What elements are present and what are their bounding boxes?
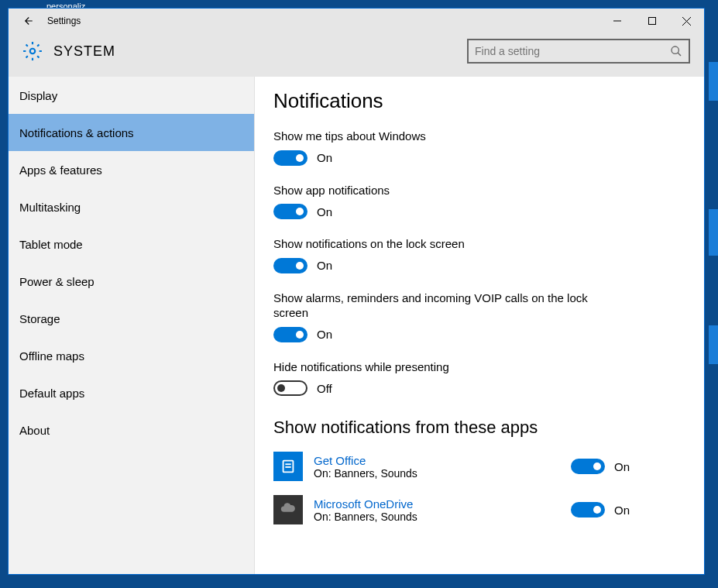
sidebar-item-label: Default apps	[19, 387, 84, 400]
setting-row: Hide notifications while presentingOff	[273, 359, 685, 397]
back-arrow-icon	[20, 14, 34, 28]
sidebar-item-apps-features[interactable]: Apps & features	[9, 151, 254, 188]
search-icon	[670, 45, 682, 57]
toggle-state-label: On	[317, 328, 332, 341]
svg-rect-9	[285, 466, 290, 468]
sidebar-item-label: Apps & features	[19, 163, 102, 177]
toggle-knob	[296, 208, 304, 215]
sidebar-item-multitasking[interactable]: Multitasking	[9, 188, 254, 225]
sidebar-item-label: Display	[19, 89, 57, 102]
svg-point-4	[30, 49, 36, 54]
toggle-state-label: On	[317, 259, 332, 272]
svg-rect-1	[648, 18, 655, 25]
search-box[interactable]	[467, 39, 690, 64]
sidebar-item-label: Storage	[19, 312, 60, 325]
setting-row: Show alarms, reminders and incoming VOIP…	[273, 291, 685, 342]
setting-label: Show app notifications	[273, 183, 599, 198]
app-detail: On: Banners, Sounds	[314, 467, 571, 480]
toggle-knob	[296, 154, 304, 162]
settings-window: Settings SYSTEM DisplayNotifications & a…	[8, 8, 705, 575]
sidebar-item-label: Multitasking	[19, 201, 81, 214]
setting-row: Show me tips about WindowsOn	[273, 129, 685, 166]
sidebar-item-label: Notifications & actions	[19, 126, 134, 139]
office-icon	[273, 452, 303, 481]
sidebar-item-power-sleep[interactable]: Power & sleep	[9, 263, 254, 300]
toggle-state-label: On	[317, 151, 332, 164]
page-title: SYSTEM	[53, 43, 115, 60]
app-notification-row[interactable]: Get OfficeOn: Banners, SoundsOn	[273, 452, 630, 481]
app-info: Get OfficeOn: Banners, Sounds	[314, 454, 571, 480]
back-button[interactable]	[16, 10, 38, 32]
sidebar-item-label: About	[19, 424, 50, 437]
setting-label: Show alarms, reminders and incoming VOIP…	[273, 291, 599, 321]
content-heading: Notifications	[273, 89, 685, 113]
sidebar-item-display[interactable]: Display	[9, 77, 254, 114]
app-name: Get Office	[314, 454, 571, 467]
sidebar-item-default-apps[interactable]: Default apps	[9, 374, 254, 411]
toggle-switch[interactable]	[273, 258, 307, 273]
toggle-knob	[593, 506, 601, 514]
search-input[interactable]	[475, 45, 670, 57]
apps-section-heading: Show notifications from these apps	[273, 418, 685, 438]
app-name: Microsoft OneDrive	[314, 497, 571, 511]
svg-line-6	[678, 53, 681, 56]
setting-label: Show notifications on the lock screen	[273, 236, 599, 252]
svg-point-5	[672, 46, 678, 53]
setting-label: Show me tips about Windows	[273, 129, 599, 144]
toggle-state-label: Off	[317, 382, 332, 395]
app-info: Microsoft OneDriveOn: Banners, Sounds	[314, 497, 571, 523]
app-notification-row[interactable]: Microsoft OneDriveOn: Banners, SoundsOn	[273, 495, 630, 524]
header: SYSTEM	[9, 33, 704, 77]
toggle-knob	[593, 462, 601, 470]
toggle-switch[interactable]	[571, 459, 605, 474]
toggle-switch[interactable]	[571, 502, 605, 518]
sidebar-item-label: Offline maps	[19, 349, 84, 363]
minimize-icon	[613, 17, 621, 25]
app-detail: On: Banners, Sounds	[314, 511, 571, 523]
sidebar-item-offline-maps[interactable]: Offline maps	[9, 337, 254, 374]
sidebar-item-label: Tablet mode	[19, 238, 83, 251]
toggle-switch[interactable]	[273, 327, 307, 342]
maximize-button[interactable]	[634, 9, 669, 33]
toggle-knob	[296, 262, 304, 270]
content-area: Notifications Show me tips about Windows…	[255, 77, 704, 574]
maximize-icon	[648, 17, 656, 25]
setting-label: Hide notifications while presenting	[273, 359, 599, 375]
sidebar: DisplayNotifications & actionsApps & fea…	[9, 77, 255, 574]
sidebar-item-about[interactable]: About	[9, 411, 254, 449]
toggle-switch[interactable]	[273, 204, 307, 219]
toggle-switch[interactable]	[273, 150, 307, 166]
sidebar-item-label: Power & sleep	[19, 275, 94, 288]
toggle-state-label: On	[614, 504, 630, 517]
close-button[interactable]	[669, 9, 704, 33]
gear-icon	[22, 41, 43, 61]
close-icon	[682, 17, 691, 26]
sidebar-item-tablet-mode[interactable]: Tablet mode	[9, 225, 254, 263]
toggle-knob	[277, 384, 285, 392]
titlebar: Settings	[9, 9, 704, 33]
window-title: Settings	[47, 15, 81, 26]
toggle-knob	[296, 331, 304, 339]
toggle-state-label: On	[614, 460, 630, 473]
setting-row: Show app notificationsOn	[273, 183, 685, 220]
svg-rect-8	[285, 463, 290, 465]
toggle-state-label: On	[317, 205, 332, 218]
toggle-switch[interactable]	[273, 380, 307, 396]
sidebar-item-storage[interactable]: Storage	[9, 300, 254, 337]
minimize-button[interactable]	[599, 9, 634, 33]
onedrive-icon	[273, 495, 303, 524]
setting-row: Show notifications on the lock screenOn	[273, 236, 685, 273]
sidebar-item-notifications-actions[interactable]: Notifications & actions	[9, 114, 254, 151]
